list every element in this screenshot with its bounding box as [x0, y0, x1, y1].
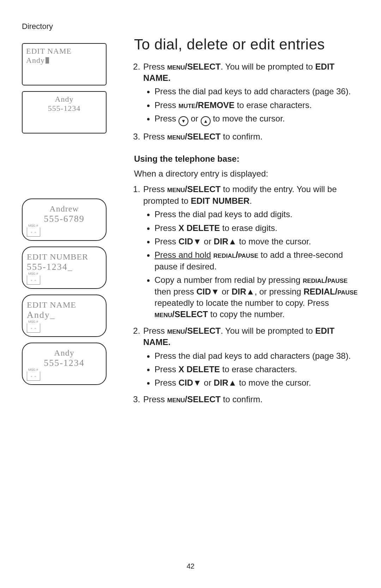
lcd-base-edit-name: EDIT NAME Andy_ - -: [22, 295, 107, 337]
lcd-line: Andy: [26, 348, 102, 358]
page-title: To dial, delete or edit entries: [134, 35, 359, 55]
lcd-base-entry: Andrew 555-6789 - -: [22, 198, 107, 241]
lcd-line: 555-1234: [26, 358, 102, 368]
step: Press menu/SELECT to modify the entry. Y…: [143, 184, 359, 320]
lcd-base-edit-number: EDIT NUMBER 555-1234_ - -: [22, 247, 107, 289]
lcd-line: 555-6789: [26, 214, 102, 224]
step: Press menu/SELECT. You will be prompted …: [143, 325, 359, 389]
subheading: Using the telephone base:: [134, 153, 359, 165]
bullet: Press X DELETE to erase characters.: [155, 364, 359, 375]
lcd-column: EDIT NAME Andy Andy 555-1234 Andrew 555-…: [22, 33, 123, 410]
bullet: Press mute/REMOVE to erase characters.: [155, 100, 359, 111]
page-columns: EDIT NAME Andy Andy 555-1234 Andrew 555-…: [22, 33, 359, 410]
bullet: Press X DELETE to erase digits.: [155, 222, 359, 234]
lcd-line: 555-1234_: [26, 262, 102, 272]
lcd-line: Andrew: [26, 204, 102, 214]
handset-steps: Press menu/SELECT. You will be prompted …: [143, 61, 359, 143]
msg-count-icon: - -: [27, 372, 40, 381]
msg-count-icon: - -: [27, 227, 40, 237]
lcd-handset-edit-name: EDIT NAME Andy: [22, 43, 107, 85]
bullet: Press and hold redial/pause to add a thr…: [155, 249, 359, 272]
lcd-line: EDIT NUMBER: [26, 252, 102, 262]
bullet: Copy a number from redial by pressing re…: [155, 274, 359, 320]
base-steps: Press menu/SELECT to modify the entry. Y…: [143, 184, 359, 405]
breadcrumb: Directory: [22, 22, 359, 31]
vol-down-icon: ▾: [179, 116, 188, 126]
bullet: Press the dial pad keys to add character…: [155, 350, 359, 362]
intro-text: When a directory entry is displayed:: [134, 168, 359, 179]
lcd-line: Andy: [26, 56, 102, 65]
step: Press menu/SELECT to confirm.: [143, 131, 359, 142]
lcd-line: 555-1234: [26, 104, 102, 113]
bullet: Press the dial pad keys to add character…: [155, 86, 359, 97]
lcd-line: EDIT NAME: [26, 300, 102, 310]
lcd-line: Andy: [26, 95, 102, 104]
step: Press menu/SELECT. You will be prompted …: [143, 61, 359, 126]
page-number: 42: [0, 562, 381, 570]
cursor-icon: [46, 57, 49, 64]
lcd-line: Andy_: [26, 310, 102, 320]
bullet: Press CID▼ or DIR▲ to move the cursor.: [155, 377, 359, 388]
lcd-base-final: Andy 555-1234 - -: [22, 343, 107, 385]
msg-count-icon: - -: [27, 275, 40, 285]
step: Press menu/SELECT to confirm.: [143, 394, 359, 405]
instructions: To dial, delete or edit entries Press me…: [134, 33, 359, 410]
lcd-line: EDIT NAME: [26, 47, 102, 56]
lcd-handset-entry: Andy 555-1234: [22, 91, 107, 133]
msg-count-icon: - -: [27, 323, 40, 333]
bullet: Press ▾ or ▴ to move the cursor.: [155, 113, 359, 126]
vol-up-icon: ▴: [201, 116, 211, 126]
bullet: Press the dial pad keys to add digits.: [155, 209, 359, 220]
bullet: Press CID▼ or DIR▲ to move the cursor.: [155, 236, 359, 247]
